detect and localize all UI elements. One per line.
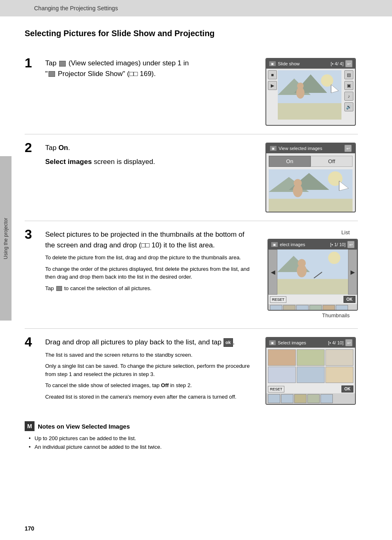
side-label: Using the projector [0,156,12,321]
thumb4-3 [294,394,307,403]
step-3-image-wrap: List ▣ elect images [• 1/ 10] ↩ [263,229,358,320]
left-icon-2: ▶ [268,81,277,90]
notes-list: Up to 200 pictures can be added to the l… [25,435,358,450]
step-3-text: Select pictures to be projected in the t… [45,229,255,250]
step-1-content: Tap (View selected images) under step 1 … [45,58,263,82]
side-icons-1: ▧ ▣ ♪ 🔊 [344,70,353,111]
back-icon-4: ↩ [345,339,353,346]
btn-on: On [269,156,311,167]
notes-icon: M [25,421,35,431]
notes-item-2: An individual picture cannot be added to… [29,444,358,450]
thumb4-1 [268,394,280,403]
screen-2-image [269,169,353,212]
camera-icon-2: ▣ [270,145,277,151]
projector-icon [48,71,55,77]
svg-rect-10 [269,199,353,212]
step-1-image: ▣ Slide show [• 4/ 4] ↩ ■ ▶ [263,58,358,126]
thumb4-5 [321,394,333,403]
thumb-5 [323,305,335,311]
page-number: 170 [25,525,34,532]
screen-4-topbar: ▣ Select images [• 4/ 10] ↩ [266,338,355,348]
side-label-text: Using the projector [3,218,9,259]
back-icon-3: ↩ [347,241,355,248]
camera-icon-3: ▣ [271,242,278,247]
grid-img-4 [268,367,296,383]
screen-1-counter: [• 4/ 4] [331,61,344,66]
step-4-content: Drag and drop all pictures to play back … [45,337,263,404]
nav-right-3: ▶ [348,249,357,295]
side-icon-2: ▣ [344,81,353,90]
thumb-2 [283,305,295,311]
back-icon-2: ↩ [344,145,352,152]
header-bar: Changing the Projecting Settings [0,0,392,16]
step-4-sub3: To cancel the slide show of selected ima… [45,381,255,390]
screen-4: ▣ Select images [• 4/ 10] ↩ [265,337,356,405]
screen-3-topbar: ▣ elect images [• 1/ 10] ↩ [268,240,357,249]
thumb-6 [336,305,348,311]
label-thumbnails: Thumbnails [322,312,350,318]
thumb4-4 [307,394,320,403]
step-1-number: 1 [25,56,45,69]
step-3-row: 3 Select pictures to be projected in the… [25,221,358,329]
view-selected-icon [59,61,66,67]
screen-3-center-img [277,249,348,295]
camera-icon: ▣ [269,61,276,67]
step-4-sub2: Only a single list can be saved. To chan… [45,362,255,378]
back-icon-1: ↩ [345,60,353,67]
step-3-sub1: To delete the picture from the list, dra… [45,254,255,262]
screen-2: ▣ View selected images ↩ On Off [265,143,356,212]
side-icon-1: ▧ [344,70,353,79]
step-1-text: Tap (View selected images) under step 1 … [45,58,255,79]
label-list: List [341,229,350,235]
svg-rect-19 [277,279,348,295]
thumb-4 [309,305,322,311]
grid-img-5 [297,367,325,383]
thumb-3 [296,305,309,311]
screen-4-thumbs [266,393,355,404]
side-icon-4: 🔊 [344,102,353,111]
step-3-content: Select pictures to be projected in the t… [45,229,263,295]
step-4-number: 4 [25,335,45,348]
section-title: Selecting Pictures for Slide Show and Pr… [25,29,358,38]
step-3-sub2: To change the order of the pictures disp… [45,265,255,281]
step-2-content: Tap On. Select images screen is displaye… [45,143,263,170]
svg-point-23 [297,259,306,267]
step-2-number: 2 [25,141,45,154]
step-4-text: Drag and drop all pictures to play back … [45,337,255,348]
svg-point-6 [297,83,304,89]
thumb-1 [270,305,282,311]
svg-point-21 [328,252,341,264]
step-2-image: ▣ View selected images ↩ On Off [263,143,358,212]
ok-btn-4: OK [341,385,353,392]
screen-4-counter: [• 4/ 10] [328,340,344,345]
screen-4-bottom: RESET OK [266,385,355,393]
screen-2-buttons: On Off [269,156,353,167]
step-4-row: 4 Drag and drop all pictures to play bac… [25,329,358,413]
notes-header: M Notes on View Selected Images [25,421,358,431]
btn-off: Off [311,156,353,167]
main-content: Selecting Pictures for Slide Show and Pr… [0,16,392,469]
screen-2-topbar: ▣ View selected images ↩ [266,143,355,153]
screen-3-main: ◀ [268,249,357,295]
breadcrumb: Changing the Projecting Settings [34,5,118,12]
notes-section: M Notes on View Selected Images Up to 20… [25,413,358,457]
grid-img-2 [297,349,325,366]
grid-img-3 [325,349,353,366]
grid-img-6 [325,367,353,383]
step-4-sub1: The list is saved and the screen returns… [45,351,255,359]
svg-point-15 [294,179,302,187]
screen-3-counter: [• 1/ 10] [330,242,346,247]
reset-btn-4: RESET [268,386,284,392]
grid-img-1 [268,349,296,366]
screen-3: ▣ elect images [• 1/ 10] ↩ ◀ [267,239,358,311]
ok-btn-3: OK [344,296,355,303]
label-list-row: List [263,229,358,237]
page: Changing the Projecting Settings Using t… [0,0,392,540]
screen-1-title: Slide show [278,61,300,66]
step-2-subtext: Select images screen is displayed. [45,157,255,167]
notes-title: Notes on View Selected Images [38,423,130,430]
step-2-text: Tap On. [45,143,255,153]
left-icons-1: ■ ▶ [268,70,277,90]
ok-inline-icon: ok [224,338,233,347]
thumb4-2 [281,394,293,403]
